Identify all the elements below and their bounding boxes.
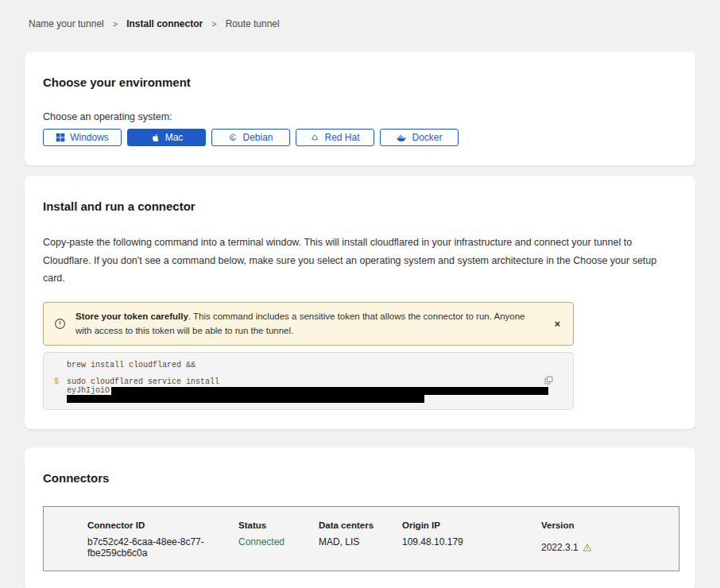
os-button-label: Red Hat	[324, 132, 359, 143]
connector-status-badge: Connected	[238, 536, 319, 559]
connector-data-centers-value: MAD, LIS	[319, 536, 402, 559]
connector-row: b7c52c42-6caa-48ee-8c77-fbe259cb6c0a Con…	[44, 536, 679, 559]
breadcrumb-separator: >	[113, 19, 118, 29]
os-select-label: Choose an operating system:	[43, 111, 676, 122]
header-status: Status	[238, 520, 319, 530]
connector-version-value: 2022.3.1	[541, 536, 679, 559]
os-button-redhat[interactable]: Red Hat	[296, 129, 374, 146]
os-button-debian[interactable]: Debian	[211, 129, 290, 146]
os-button-label: Debian	[242, 132, 273, 143]
install-description: Copy-paste the following command into a …	[43, 234, 675, 288]
redacted-token-bar	[111, 387, 548, 395]
breadcrumb-step-name-tunnel[interactable]: Name your tunnel	[29, 18, 104, 29]
os-button-mac[interactable]: Mac	[127, 129, 206, 146]
docker-icon	[396, 133, 407, 142]
apple-icon	[150, 133, 161, 143]
command-token-line-2	[67, 395, 424, 405]
connectors-title: Connectors	[43, 471, 676, 485]
version-number: 2022.3.1	[541, 542, 579, 553]
connectors-card: Connectors Connector ID Status Data cent…	[25, 447, 695, 588]
install-command-code-block: $ brew install cloudflared && sudo cloud…	[43, 352, 574, 410]
version-warning-icon	[583, 543, 592, 552]
os-button-row: Windows Mac Debian Red Hat	[43, 129, 676, 146]
token-warning-banner: Store your token carefully. This command…	[43, 302, 574, 346]
header-version: Version	[541, 520, 679, 530]
command-line-2: sudo cloudflared service install	[67, 377, 219, 386]
install-connector-title: Install and run a connector	[43, 199, 676, 213]
token-prefix: eyJhIjoiO	[67, 386, 110, 395]
install-connector-card: Install and run a connector Copy-paste t…	[25, 176, 695, 429]
breadcrumb-step-route-tunnel[interactable]: Route tunnel	[226, 18, 280, 29]
connectors-table-header: Connector ID Status Data centers Origin …	[44, 520, 679, 530]
alert-circle-icon	[54, 318, 66, 330]
connector-origin-ip-value: 109.48.10.179	[402, 536, 541, 559]
choose-environment-card: Choose your environment Choose an operat…	[25, 52, 695, 165]
breadcrumb: Name your tunnel > Install connector > R…	[0, 0, 720, 29]
tunnel-setup-page: Name your tunnel > Install connector > R…	[0, 0, 720, 588]
header-connector-id: Connector ID	[44, 520, 238, 530]
command-token-line: eyJhIjoiO	[67, 386, 548, 395]
connectors-table: Connector ID Status Data centers Origin …	[43, 506, 679, 571]
close-icon[interactable]: ×	[551, 317, 563, 331]
os-button-label: Mac	[165, 132, 184, 143]
copy-icon[interactable]	[542, 373, 555, 387]
os-button-label: Docker	[412, 132, 442, 143]
command-line-1: brew install cloudflared &&	[67, 361, 195, 369]
token-warning-title: Store your token carefully	[75, 311, 188, 321]
debian-icon	[228, 133, 238, 142]
os-button-label: Windows	[70, 132, 109, 143]
breadcrumb-separator: >	[211, 19, 216, 29]
header-data-centers: Data centers	[319, 520, 402, 530]
choose-environment-title: Choose your environment	[43, 75, 676, 89]
header-origin-ip: Origin IP	[402, 520, 541, 530]
os-button-windows[interactable]: Windows	[43, 129, 122, 146]
terminal-prompt: $	[54, 377, 59, 386]
windows-icon	[56, 133, 65, 142]
os-button-docker[interactable]: Docker	[380, 129, 459, 146]
token-warning-text: Store your token carefully. This command…	[75, 309, 527, 339]
connector-id-value: b7c52c42-6caa-48ee-8c77-fbe259cb6c0a	[44, 536, 238, 559]
redhat-icon	[310, 133, 319, 142]
redacted-token-bar	[67, 395, 424, 403]
breadcrumb-step-install-connector[interactable]: Install connector	[126, 18, 203, 29]
